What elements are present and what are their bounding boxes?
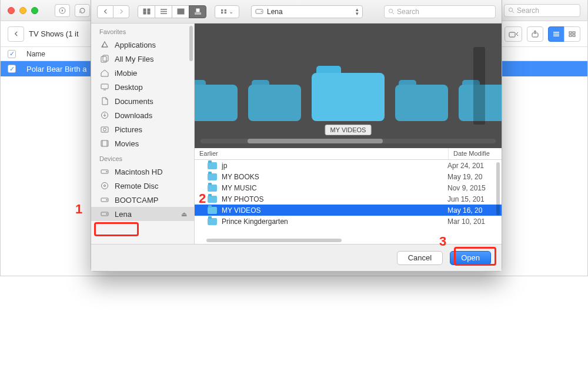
col-name: Name [26, 50, 45, 58]
list-column-headers: Earlier Date Modifie [195, 148, 502, 160]
dialog-search-input[interactable]: Search [384, 5, 496, 18]
sidebar-item-downloads[interactable]: Downloads [91, 108, 194, 122]
minimize-window-icon[interactable] [19, 7, 26, 14]
close-window-icon[interactable] [8, 7, 15, 14]
svg-rect-25 [101, 127, 108, 132]
list-vscroll-thumb[interactable] [496, 162, 500, 215]
list-view-icon[interactable] [155, 5, 172, 18]
sidebar-item-label: Documents [115, 97, 153, 106]
refresh-icon[interactable] [75, 4, 90, 17]
icon-view-icon[interactable] [138, 5, 155, 18]
grid-view-icon[interactable] [564, 26, 580, 42]
svg-point-1 [509, 8, 512, 11]
zoom-window-icon[interactable] [31, 7, 38, 14]
location-popup[interactable]: Lena ▴▾ [251, 5, 363, 18]
nav-back-button[interactable] [8, 26, 24, 42]
sidebar-item-remote-disc[interactable]: Remote Disc [91, 179, 194, 193]
list-item[interactable]: MY MUSICNov 9, 2015 [195, 182, 502, 193]
coverflow-next-folder[interactable] [395, 79, 448, 121]
list-item[interactable]: MY PHOTOSJun 15, 201 [195, 193, 502, 205]
disc-icon [99, 181, 110, 190]
sidebar-item-imobie[interactable]: iMobie [91, 66, 194, 80]
export-icon[interactable] [527, 26, 543, 42]
svg-rect-16 [221, 12, 223, 14]
svg-point-35 [106, 213, 108, 215]
bg-search-input[interactable]: Search [504, 4, 580, 17]
list-item[interactable]: jpApr 24, 201 [195, 160, 502, 171]
list-view-icon[interactable] [548, 26, 564, 42]
svg-rect-14 [221, 9, 223, 11]
sidebar-item-label: Macintosh HD [115, 168, 163, 176]
nav-segment [97, 5, 129, 18]
coverflow-scroll-thumb[interactable] [248, 139, 383, 143]
svg-rect-4 [569, 32, 572, 34]
folder-icon [208, 218, 217, 225]
svg-rect-5 [573, 32, 575, 34]
sidebar-item-all-my-files[interactable]: All My Files [91, 52, 194, 66]
list-hscroll-thumb[interactable] [206, 239, 342, 242]
sidebar-item-label: Downloads [115, 111, 152, 120]
open-button[interactable]: Open [450, 251, 491, 265]
svg-rect-12 [178, 9, 184, 14]
cancel-button[interactable]: Cancel [397, 251, 443, 265]
folder-icon [208, 173, 217, 180]
nav-forward-icon[interactable] [113, 5, 129, 18]
column-view-icon[interactable] [172, 5, 189, 18]
sidebar-item-label: Desktop [115, 83, 143, 92]
sidebar-item-lena[interactable]: Lena ⏏ [91, 207, 194, 221]
sidebar-item-pictures[interactable]: Pictures [91, 122, 194, 136]
sidebar-header-favorites: Favorites [91, 24, 194, 38]
drive-icon [99, 167, 110, 176]
svg-rect-7 [573, 35, 575, 36]
sidebar-item-documents[interactable]: Documents [91, 94, 194, 108]
coverflow-area[interactable]: MY VIDEOS [195, 24, 502, 148]
sidebar-item-label: BOOTCAMP [115, 196, 158, 205]
bg-view-mode-segment [548, 26, 580, 42]
list-item-selected[interactable]: MY VIDEOSMay 16, 20 [195, 205, 502, 216]
sidebar-item-applications[interactable]: Applications [91, 38, 194, 52]
sidebar-item-macintosh-hd[interactable]: Macintosh HD [91, 165, 194, 179]
folder-icon [208, 185, 217, 192]
coverflow-view-icon[interactable] [189, 5, 206, 18]
location-label: Lena [267, 8, 283, 16]
coverflow-edge [473, 47, 485, 125]
drive-icon [99, 195, 110, 205]
arrange-menu[interactable]: ⌄ [215, 5, 239, 18]
coverflow-current-folder[interactable]: MY VIDEOS [312, 65, 385, 121]
documents-icon [99, 96, 110, 106]
list-col-earlier[interactable]: Earlier [195, 148, 449, 159]
list-item[interactable]: Prince KingdergartenMar 10, 201 [195, 216, 502, 227]
svg-point-19 [261, 11, 262, 12]
sidebar-header-devices: Devices [91, 150, 194, 165]
svg-point-30 [102, 183, 108, 189]
dialog-footer: Cancel Open [91, 244, 502, 271]
sidebar-item-label: Pictures [115, 125, 142, 134]
list-item[interactable]: MY BOOKSMay 19, 20 [195, 171, 502, 182]
transfer-to-device-icon[interactable] [505, 26, 522, 42]
row-checkbox[interactable]: ✓ [8, 65, 16, 73]
sidebar: Favorites Applications All My Files iMob… [91, 24, 195, 244]
svg-point-33 [106, 199, 108, 200]
svg-rect-9 [148, 9, 150, 11]
sidebar-item-label: Movies [115, 139, 139, 148]
eject-icon[interactable]: ⏏ [181, 210, 187, 218]
sidebar-item-movies[interactable]: Movies [91, 136, 194, 150]
list-col-date[interactable]: Date Modifie [449, 148, 502, 159]
desktop-icon [99, 82, 110, 92]
pictures-icon [99, 125, 110, 134]
coverflow-prev-folder[interactable] [248, 79, 301, 121]
sidebar-item-label: iMobie [115, 69, 137, 78]
home-icon [99, 68, 110, 78]
folder-icon [208, 196, 217, 203]
drive-icon [255, 8, 263, 15]
select-all-checkbox[interactable]: ✓ [8, 50, 16, 58]
svg-rect-17 [225, 12, 226, 14]
music-library-icon[interactable] [55, 4, 70, 17]
coverflow-prev-folder[interactable] [195, 79, 238, 121]
sidebar-item-desktop[interactable]: Desktop [91, 80, 194, 94]
window-controls [8, 7, 38, 14]
sidebar-item-bootcamp[interactable]: BOOTCAMP [91, 193, 194, 207]
sidebar-item-label: Lena [115, 210, 132, 219]
nav-back-icon[interactable] [97, 5, 113, 18]
view-mode-segment [138, 5, 206, 18]
